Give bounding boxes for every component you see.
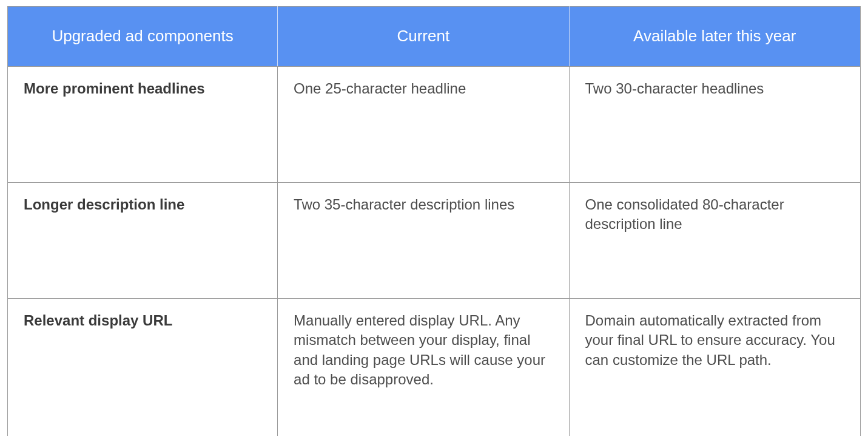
- table-row: Relevant display URL Manually entered di…: [8, 299, 861, 437]
- row-component-label: More prominent headlines: [8, 67, 278, 183]
- row-later-value: Two 30-character headlines: [569, 67, 860, 183]
- header-available-later: Available later this year: [569, 7, 860, 67]
- row-current-value: One 25-character headline: [278, 67, 569, 183]
- table-row: Longer description line Two 35-character…: [8, 183, 861, 299]
- row-component-label: Longer description line: [8, 183, 278, 299]
- comparison-table: Upgraded ad components Current Available…: [7, 6, 861, 436]
- table-header-row: Upgraded ad components Current Available…: [8, 7, 861, 67]
- table-body: More prominent headlines One 25-characte…: [8, 67, 861, 437]
- header-current: Current: [278, 7, 569, 67]
- table-header: Upgraded ad components Current Available…: [8, 7, 861, 67]
- row-current-value: Two 35-character description lines: [278, 183, 569, 299]
- row-later-value: Domain automatically extracted from your…: [569, 299, 860, 437]
- header-upgraded-components: Upgraded ad components: [8, 7, 278, 67]
- table-row: More prominent headlines One 25-characte…: [8, 67, 861, 183]
- row-current-value: Manually entered display URL. Any mismat…: [278, 299, 569, 437]
- row-component-label: Relevant display URL: [8, 299, 278, 437]
- row-later-value: One consolidated 80-character descriptio…: [569, 183, 860, 299]
- page-wrapper: Upgraded ad components Current Available…: [0, 0, 868, 436]
